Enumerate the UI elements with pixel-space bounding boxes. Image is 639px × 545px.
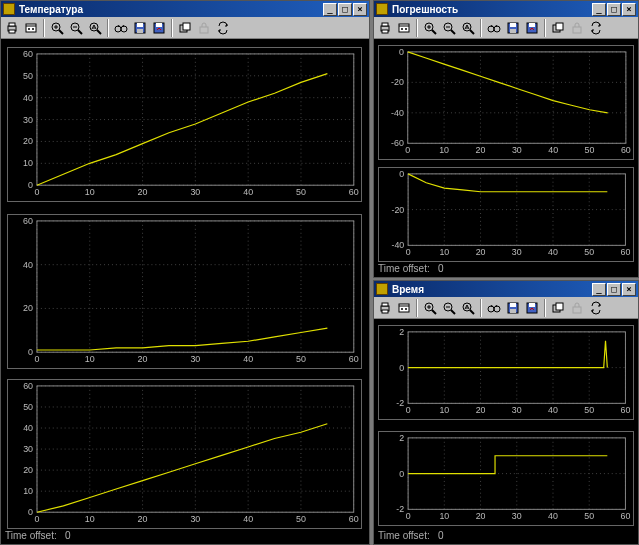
svg-text:60: 60 (621, 247, 631, 257)
svg-line-199 (491, 305, 492, 307)
zoom-auto-icon[interactable] (459, 19, 477, 37)
save-icon[interactable] (504, 299, 522, 317)
svg-line-127 (491, 25, 492, 27)
svg-text:50: 50 (584, 405, 594, 415)
svg-text:50: 50 (585, 145, 595, 155)
svg-rect-205 (529, 303, 535, 307)
svg-text:40: 40 (243, 187, 253, 197)
svg-text:30: 30 (512, 405, 522, 415)
float-icon[interactable] (176, 19, 194, 37)
zoom-in-icon[interactable] (421, 299, 439, 317)
minimize-button[interactable]: _ (592, 283, 606, 296)
plot-1[interactable]: 0102030405060-202 (378, 325, 634, 420)
footer: Time offset: 0 (374, 263, 638, 277)
svg-text:20: 20 (23, 465, 33, 475)
svg-text:-20: -20 (391, 205, 404, 215)
restore-icon[interactable] (150, 19, 168, 37)
scope-window-error: Погрешность _ □ × 0102030405060-60-40-20… (373, 0, 639, 278)
plot-2[interactable]: 0102030405060-40-200 (378, 167, 634, 262)
zoom-out-icon[interactable] (67, 19, 85, 37)
zoom-auto-icon[interactable] (459, 299, 477, 317)
restore-icon[interactable] (523, 299, 541, 317)
svg-text:20: 20 (138, 514, 148, 524)
maximize-button[interactable]: □ (338, 3, 352, 16)
titlebar[interactable]: Время _ □ × (374, 281, 638, 297)
svg-rect-112 (399, 24, 409, 32)
zoom-out-icon[interactable] (440, 299, 458, 317)
svg-rect-203 (510, 309, 516, 313)
binoculars-icon[interactable] (112, 19, 130, 37)
svg-text:-40: -40 (391, 240, 404, 250)
close-button[interactable]: × (622, 283, 636, 296)
zoom-auto-icon[interactable] (86, 19, 104, 37)
plot-2[interactable]: 0102030405060-202 (378, 431, 634, 526)
binoculars-icon[interactable] (485, 19, 503, 37)
zoom-in-icon[interactable] (48, 19, 66, 37)
minimize-button[interactable]: _ (323, 3, 337, 16)
svg-rect-208 (573, 307, 581, 313)
svg-text:10: 10 (439, 145, 449, 155)
window-title: Погрешность (392, 4, 592, 15)
svg-text:20: 20 (138, 354, 148, 364)
svg-rect-133 (529, 23, 535, 27)
maximize-button[interactable]: □ (607, 283, 621, 296)
svg-point-187 (405, 308, 407, 310)
plot-1[interactable]: 0102030405060-60-40-200 (378, 45, 634, 160)
params-icon[interactable] (22, 19, 40, 37)
params-icon[interactable] (395, 19, 413, 37)
save-icon[interactable] (504, 19, 522, 37)
svg-text:0: 0 (35, 514, 40, 524)
svg-point-114 (401, 28, 403, 30)
svg-text:-2: -2 (396, 398, 404, 408)
print-icon[interactable] (376, 299, 394, 317)
svg-text:20: 20 (23, 136, 33, 146)
svg-rect-3 (26, 24, 36, 32)
svg-rect-27 (200, 27, 208, 33)
binoculars-icon[interactable] (485, 299, 503, 317)
float-icon[interactable] (549, 299, 567, 317)
svg-text:60: 60 (621, 511, 631, 521)
close-button[interactable]: × (622, 3, 636, 16)
minimize-button[interactable]: _ (592, 3, 606, 16)
svg-rect-135 (556, 23, 563, 30)
sync-icon[interactable] (587, 299, 605, 317)
time-offset-label: Time offset: (5, 530, 57, 541)
svg-rect-183 (382, 310, 388, 313)
toolbar (374, 297, 638, 319)
window-title: Время (392, 284, 592, 295)
close-button[interactable]: × (353, 3, 367, 16)
sync-icon[interactable] (587, 19, 605, 37)
svg-text:40: 40 (23, 260, 33, 270)
restore-icon[interactable] (523, 19, 541, 37)
svg-point-6 (32, 28, 34, 30)
svg-text:30: 30 (23, 115, 33, 125)
maximize-button[interactable]: □ (607, 3, 621, 16)
svg-text:30: 30 (190, 514, 200, 524)
svg-text:40: 40 (548, 145, 558, 155)
plot-2[interactable]: 01020304050600204060 (7, 214, 362, 369)
svg-text:20: 20 (476, 405, 486, 415)
print-icon[interactable] (376, 19, 394, 37)
svg-text:20: 20 (23, 303, 33, 313)
zoom-out-icon[interactable] (440, 19, 458, 37)
float-icon[interactable] (549, 19, 567, 37)
time-offset-value: 0 (65, 530, 71, 541)
svg-text:10: 10 (85, 514, 95, 524)
plot-1[interactable]: 01020304050600102030405060 (7, 47, 362, 202)
svg-rect-148 (408, 52, 626, 143)
print-icon[interactable] (3, 19, 21, 37)
titlebar[interactable]: Погрешность _ □ × (374, 1, 638, 17)
svg-text:20: 20 (138, 187, 148, 197)
svg-text:50: 50 (23, 402, 33, 412)
sync-icon[interactable] (214, 19, 232, 37)
svg-text:10: 10 (439, 247, 449, 257)
save-icon[interactable] (131, 19, 149, 37)
zoom-in-icon[interactable] (421, 19, 439, 37)
params-icon[interactable] (395, 299, 413, 317)
plot-3[interactable]: 01020304050600102030405060 (7, 379, 362, 529)
titlebar[interactable]: Температура _ □ × (1, 1, 369, 17)
svg-text:0: 0 (34, 354, 39, 364)
lock-icon (568, 299, 586, 317)
svg-text:10: 10 (23, 486, 33, 496)
svg-line-124 (470, 30, 474, 34)
